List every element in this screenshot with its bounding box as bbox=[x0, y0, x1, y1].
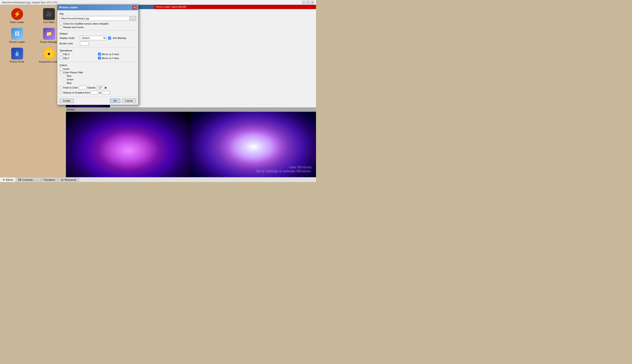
display-mode-label: Display mode: bbox=[60, 37, 78, 39]
green-checkbox[interactable] bbox=[63, 78, 66, 81]
blue-row: Blue bbox=[63, 82, 136, 84]
flip-x-label: Flip X bbox=[63, 53, 70, 56]
color-planes-label: Color Planes Filter bbox=[63, 71, 83, 74]
fade-color-swatch[interactable] bbox=[79, 86, 87, 89]
green-label: Green bbox=[67, 78, 74, 81]
operations-grid: Flip X Mirror on X-Axis Flip Y Mirror on… bbox=[60, 53, 136, 60]
flip-x-row: Flip X bbox=[60, 53, 98, 56]
flip-y-label: Flip Y bbox=[63, 57, 70, 60]
reload-frame-row: Reload each frame bbox=[60, 26, 136, 28]
invert-checkbox[interactable] bbox=[60, 68, 62, 70]
opacity-label: Opacity bbox=[88, 86, 96, 89]
dialog-title: Picture Loader bbox=[59, 6, 78, 9]
color-planes-checkbox[interactable] bbox=[60, 71, 62, 74]
check-modified-label: Check for modified version when reloaded bbox=[63, 22, 108, 25]
file-section-label: File bbox=[60, 12, 136, 15]
flip-y-checkbox[interactable] bbox=[60, 57, 62, 60]
flip-x-checkbox[interactable] bbox=[60, 53, 62, 56]
cancel-button[interactable]: Cancel bbox=[122, 98, 136, 103]
red-label: Red bbox=[67, 75, 71, 77]
file-path-input[interactable] bbox=[60, 16, 129, 21]
color-planes-row: Color Planes Filter bbox=[60, 71, 136, 74]
green-row: Green bbox=[63, 78, 136, 81]
output-section-label: Output bbox=[60, 32, 136, 35]
reduce-gradient-label: Reduce to Gradient from bbox=[63, 91, 90, 94]
separator-3 bbox=[60, 62, 136, 62]
mirror-y-row: Mirror on Y-Axis bbox=[98, 57, 136, 60]
invert-row: Invert bbox=[60, 68, 136, 70]
file-path-row: ... bbox=[60, 16, 136, 21]
border-color-label: Border color: bbox=[60, 42, 78, 45]
reduce-gradient-row: Reduce to Gradient from to bbox=[60, 91, 136, 94]
dialog-buttons: Credits OK Cancel bbox=[57, 96, 138, 105]
reduce-gradient-checkbox[interactable] bbox=[60, 91, 62, 94]
separator-2 bbox=[60, 47, 136, 48]
red-checkbox[interactable] bbox=[63, 74, 66, 77]
to-label: to bbox=[99, 91, 101, 94]
picture-loader-dialog: Picture Loader ✕ File ... Check for modi… bbox=[57, 4, 138, 105]
mirror-y-checkbox[interactable] bbox=[98, 57, 101, 60]
check-modified-checkbox[interactable] bbox=[60, 22, 62, 25]
check-modified-row: Check for modified version when reloaded bbox=[60, 22, 136, 25]
dialog-overlay: Picture Loader ✕ File ... Check for modi… bbox=[0, 0, 316, 182]
anti-aliasing-checkbox[interactable] bbox=[108, 37, 111, 40]
opacity-arrow[interactable]: ▶ bbox=[105, 86, 107, 89]
blue-label: Blue bbox=[67, 82, 72, 84]
fade-to-color-checkbox[interactable] bbox=[60, 86, 62, 89]
mirror-y-label: Mirror on Y-Axis bbox=[102, 57, 119, 60]
mirror-x-label: Mirror on X-Axis bbox=[102, 53, 119, 56]
dialog-titlebar: Picture Loader ✕ bbox=[57, 4, 138, 10]
colors-section-label: Colors bbox=[60, 64, 136, 66]
anti-aliasing-label: Anti Aliasing bbox=[113, 37, 126, 39]
credits-button[interactable]: Credits bbox=[60, 98, 74, 103]
mirror-x-row: Mirror on X-Axis bbox=[98, 53, 136, 56]
gradient-to-swatch[interactable] bbox=[102, 91, 110, 94]
invert-label: Invert bbox=[63, 68, 70, 70]
opacity-input[interactable] bbox=[97, 86, 104, 90]
separator-1 bbox=[60, 30, 136, 30]
fade-to-color-label: Fade to Color bbox=[63, 86, 78, 89]
main-window: \\Mac\Home\Desktop\1.jpg, Original Size:… bbox=[0, 0, 316, 182]
border-color-row: Border color: bbox=[60, 42, 136, 46]
fade-to-color-row: Fade to Color Opacity ▶ bbox=[60, 86, 136, 90]
dialog-close-button[interactable]: ✕ bbox=[133, 6, 136, 10]
red-row: Red bbox=[63, 74, 136, 77]
color-channels: Red Green Blue bbox=[63, 74, 136, 84]
ok-button[interactable]: OK bbox=[110, 98, 120, 103]
display-mode-row: Display mode: Stretch Fit Center Anti Al… bbox=[60, 36, 136, 40]
mirror-x-checkbox[interactable] bbox=[98, 53, 101, 56]
dialog-body: File ... Check for modified version when… bbox=[57, 10, 138, 96]
border-color-swatch[interactable] bbox=[80, 42, 89, 46]
display-mode-select[interactable]: Stretch Fit Center bbox=[80, 36, 106, 40]
reload-frame-checkbox[interactable] bbox=[60, 26, 62, 28]
reload-frame-label: Reload each frame bbox=[63, 26, 84, 28]
operations-section-label: Operations bbox=[60, 49, 136, 52]
gradient-from-swatch[interactable] bbox=[91, 91, 98, 94]
browse-button[interactable]: ... bbox=[130, 16, 136, 21]
flip-y-row: Flip Y bbox=[60, 57, 98, 60]
blue-checkbox[interactable] bbox=[63, 82, 66, 84]
